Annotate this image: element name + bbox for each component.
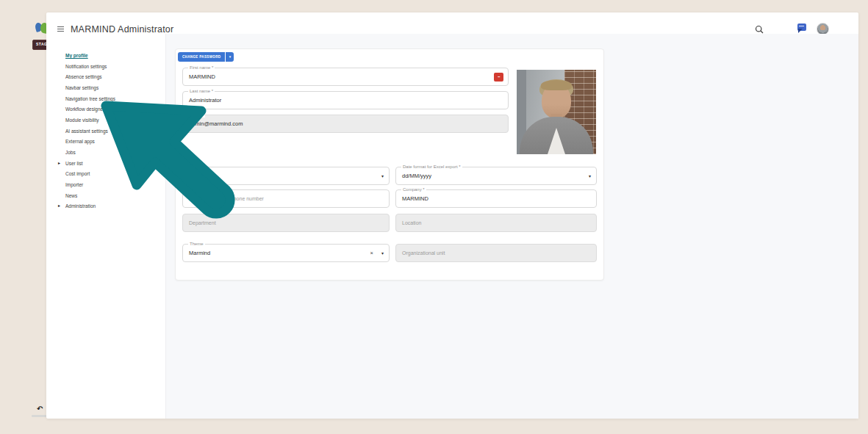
chat-icon[interactable] xyxy=(797,23,806,31)
sidebar-item-my-profile[interactable]: My profile xyxy=(58,51,165,60)
location-placeholder: Location xyxy=(396,214,596,231)
menu-icon[interactable] xyxy=(57,26,64,32)
company-value[interactable]: MARMIND xyxy=(396,190,596,207)
theme-select[interactable]: Theme Marmind × ▾ xyxy=(182,244,390,262)
phone-placeholder[interactable]: Please enter your phone number xyxy=(183,190,389,207)
sidebar-item-administration[interactable]: ▸Administration xyxy=(58,201,165,211)
date-format-excel-value[interactable]: dd/MM/yyyy xyxy=(396,167,596,184)
sidebar-item-jobs[interactable]: Jobs xyxy=(58,148,165,157)
sidebar-item-label: External apps xyxy=(58,137,165,146)
sidebar-item-external-apps[interactable]: External apps xyxy=(58,137,165,146)
sidebar-item-label: Administration xyxy=(58,201,165,211)
sidebar-item-news[interactable]: News xyxy=(58,191,165,200)
department-placeholder: Department xyxy=(183,214,389,231)
department-field: Department xyxy=(182,214,390,232)
covered-select-field[interactable]: ▾ xyxy=(182,167,390,185)
sidebar-item-workflow-designer[interactable]: Workflow designer xyxy=(58,104,165,114)
organizational-unit-placeholder: Organizational unit xyxy=(396,245,596,261)
sidebar-item-importer[interactable]: Importer xyxy=(58,180,165,189)
first-name-field[interactable]: First name * MARMIND ••• xyxy=(182,68,509,86)
chevron-down-icon[interactable]: ▾ xyxy=(226,52,234,62)
last-name-field[interactable]: Last name * Administrator xyxy=(182,91,509,109)
password-manager-icon[interactable]: ••• xyxy=(494,73,503,82)
sidebar-item-label: Navbar settings xyxy=(58,83,165,93)
last-name-value[interactable]: Administrator xyxy=(183,92,508,109)
sidebar-item-label: Module visibility xyxy=(58,115,165,125)
theme-value[interactable]: Marmind xyxy=(183,245,389,261)
sidebar-item-label: Workflow designer xyxy=(58,104,165,114)
date-format-excel-select[interactable]: Date format for Excel export * dd/MM/yyy… xyxy=(395,167,597,185)
sidebar-item-label: User list xyxy=(58,159,165,168)
sidebar-item-label: Cost import xyxy=(58,169,165,178)
sidebar-item-label: Navigation tree settings xyxy=(58,94,165,104)
theme-label: Theme xyxy=(188,242,205,247)
date-format-excel-label: Date format for Excel export * xyxy=(401,164,462,170)
sidebar-item-label: Jobs xyxy=(58,148,165,157)
sidebar-item-navbar-settings[interactable]: Navbar settings xyxy=(58,83,165,93)
change-password-split-button[interactable]: CHANGE PASSWORD ▾ xyxy=(178,52,234,62)
change-password-button[interactable]: CHANGE PASSWORD xyxy=(178,52,225,62)
sidebar-item-navigation-tree-settings[interactable]: Navigation tree settings xyxy=(58,94,165,104)
sidebar-item-label: Notification settings xyxy=(58,62,165,71)
chevron-down-icon[interactable]: ▾ xyxy=(381,167,384,185)
sidebar-item-cost-import[interactable]: Cost import xyxy=(58,169,165,178)
profile-photo[interactable] xyxy=(517,70,596,154)
sidebar-item-module-visibility[interactable]: Module visibility xyxy=(58,115,165,125)
sidebar-item-label: News xyxy=(58,191,165,200)
email-label: Email * xyxy=(188,112,205,117)
phone-field[interactable]: Phone Please enter your phone number xyxy=(182,189,390,208)
sidebar-item-ai-assistant-settings[interactable]: AI assistant settings xyxy=(58,126,165,136)
email-field: Email * admin@marmind.com xyxy=(182,115,509,133)
sidebar-item-label: Absence settings xyxy=(58,72,165,82)
sidebar-item-absence-settings[interactable]: Absence settings xyxy=(58,72,165,82)
chevron-down-icon[interactable]: ▾ xyxy=(589,167,591,185)
sidebar-item-label: My profile xyxy=(58,51,165,60)
organizational-unit-field: Organizational unit xyxy=(395,244,597,262)
page-title: MARMIND Administrator xyxy=(71,24,173,35)
last-name-label: Last name * xyxy=(188,89,215,94)
email-value: admin@marmind.com xyxy=(183,115,508,132)
chevron-down-icon[interactable]: ▾ xyxy=(381,245,384,262)
phone-label: Phone xyxy=(188,187,204,192)
undo-icon[interactable]: ↶ xyxy=(37,405,43,413)
sidebar-item-notification-settings[interactable]: Notification settings xyxy=(58,62,165,71)
photo-fringe xyxy=(541,80,572,90)
company-field[interactable]: Company * MARMIND xyxy=(395,189,597,208)
sidebar-item-label: AI assistant settings xyxy=(58,126,165,136)
sidebar-item-label: Importer xyxy=(58,180,165,189)
clear-icon[interactable]: × xyxy=(370,245,373,262)
chevron-right-icon[interactable]: ▸ xyxy=(58,159,60,168)
first-name-value[interactable]: MARMIND xyxy=(183,68,508,85)
company-label: Company * xyxy=(401,187,426,192)
chevron-right-icon[interactable]: ▸ xyxy=(58,201,60,211)
first-name-label: First name * xyxy=(188,65,215,70)
location-field: Location xyxy=(395,214,597,232)
sidebar-item-user-list[interactable]: ▸User list xyxy=(58,159,165,168)
